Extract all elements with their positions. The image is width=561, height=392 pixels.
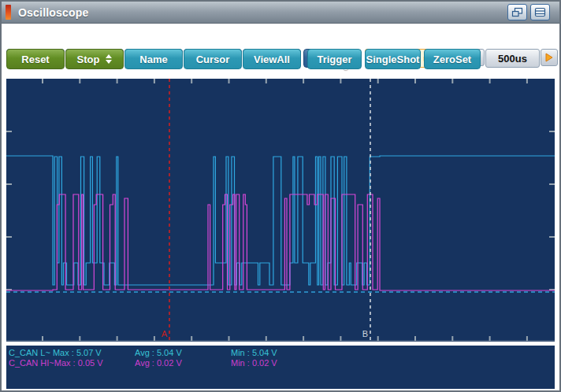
run-stop-label: Stop	[77, 54, 100, 65]
scope-display[interactable]: AB	[6, 79, 555, 342]
run-stop-spinner-icon	[106, 54, 112, 64]
waveform-plot: AB	[6, 79, 555, 342]
panel-layout-icon	[534, 7, 546, 17]
toolbar-area: SensorTheme2Ch/4ChAUXReviewUser Setting …	[2, 24, 559, 79]
timebase-control: 500us	[467, 49, 558, 68]
timebase-value[interactable]: 500us	[485, 49, 540, 68]
measurement-cell: C_CAN L~ Max : 5.07 V	[9, 348, 135, 358]
resize-window-button[interactable]	[507, 4, 527, 20]
toolbar-button-name[interactable]: Name	[124, 49, 183, 69]
resize-window-icon	[511, 7, 523, 17]
right-step-icon	[545, 53, 553, 62]
svg-text:B: B	[362, 329, 368, 338]
svg-text:A: A	[162, 329, 168, 338]
measurement-row-c-can-l: C_CAN L~ Max : 5.07 VAvg : 5.04 VMin : 5…	[6, 348, 555, 358]
toolbar-button-viewall[interactable]: ViewAll	[243, 49, 301, 69]
reset-button[interactable]: Reset	[6, 49, 65, 69]
measurement-panel: C_CAN L~ Max : 5.07 VAvg : 5.04 VMin : 5…	[6, 346, 555, 389]
measurement-cell: C_CAN HI~Max : 0.05 V	[9, 358, 135, 368]
panel-layout-button[interactable]	[530, 4, 550, 20]
timebase-increase-button[interactable]	[541, 49, 558, 66]
window-buttons	[507, 4, 550, 20]
run-stop-button[interactable]: Stop	[65, 49, 124, 69]
measurement-cell: Min : 5.04 V	[231, 348, 327, 358]
toolbar-button-singleshot[interactable]: SingleShot	[365, 49, 421, 69]
measurement-cell: Avg : 5.04 V	[135, 348, 231, 358]
window-title: Oscilloscope	[18, 6, 89, 19]
titlebar-accent	[6, 5, 11, 20]
measurement-row-c-can-hi: C_CAN HI~Max : 0.05 VAvg : 0.02 VMin : 0…	[6, 358, 555, 368]
toolbar-button-cursor[interactable]: Cursor	[184, 49, 242, 69]
titlebar: Oscilloscope	[2, 2, 559, 24]
measurement-cell: Avg : 0.02 V	[135, 358, 231, 368]
oscilloscope-window: Oscilloscope SensorTheme2Ch/4ChAUXReview…	[0, 0, 561, 392]
measurement-cell: Min : 0.02 V	[231, 358, 327, 368]
toolbar-button-zeroset[interactable]: ZeroSet	[424, 49, 481, 69]
toolbar-button-trigger[interactable]: Trigger	[307, 49, 362, 69]
